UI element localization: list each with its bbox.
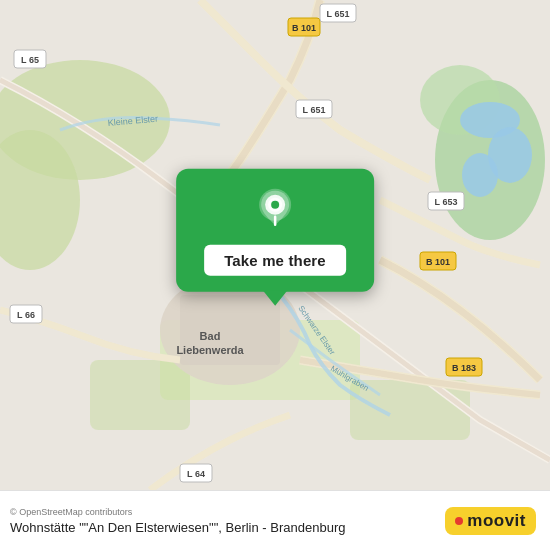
svg-point-7 [462,153,498,197]
svg-text:L 66: L 66 [17,310,35,320]
popup-bubble: Take me there [176,169,374,292]
svg-point-40 [271,201,279,209]
svg-text:L 65: L 65 [21,55,39,65]
svg-text:Bad: Bad [200,330,221,342]
svg-text:L 64: L 64 [187,469,205,479]
take-me-there-button[interactable]: Take me there [204,245,346,276]
moovit-logo-text: moovit [467,511,526,531]
osm-attribution: © OpenStreetMap contributors [10,507,345,517]
svg-text:B 101: B 101 [292,23,316,33]
svg-text:Liebenwerda: Liebenwerda [176,344,244,356]
map-container: L 65 B 101 L 651 L 651 L 653 B 101 L 66 … [0,0,550,490]
info-bar: © OpenStreetMap contributors Wohnstätte … [0,490,550,550]
moovit-dot [455,517,463,525]
moovit-logo: moovit [445,507,536,535]
popup: Take me there [176,169,374,292]
svg-text:L 653: L 653 [435,197,458,207]
svg-text:L 651: L 651 [303,105,326,115]
svg-rect-9 [90,360,190,430]
svg-text:L 651: L 651 [327,9,350,19]
svg-text:B 101: B 101 [426,257,450,267]
location-pin-icon [253,187,297,231]
svg-text:B 183: B 183 [452,363,476,373]
info-left: © OpenStreetMap contributors Wohnstätte … [10,507,345,535]
place-name: Wohnstätte ""An Den Elsterwiesen"", Berl… [10,520,345,535]
